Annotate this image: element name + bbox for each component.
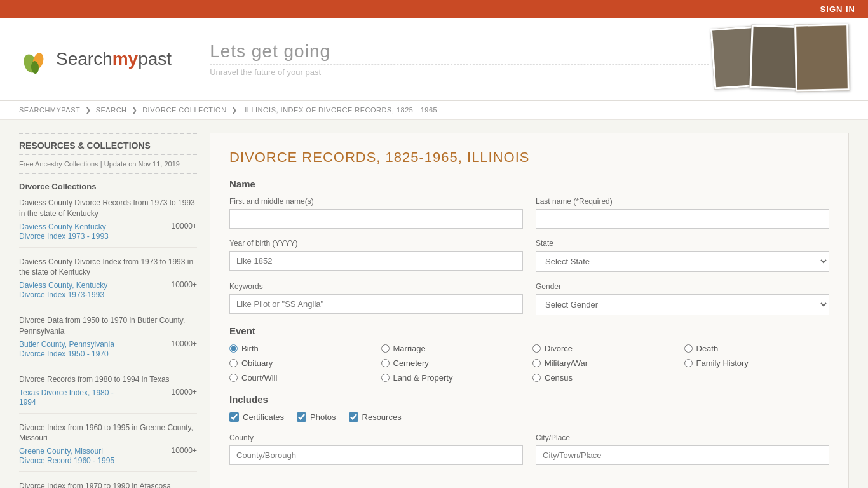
location-row: County City/Place	[229, 433, 829, 465]
logo-icon	[19, 43, 51, 75]
certificates-checkbox[interactable]	[229, 412, 239, 422]
death-label: Death	[696, 344, 719, 353]
breadcrumb-search[interactable]: SEARCH	[96, 106, 127, 114]
year-field: Year of birth (YYYY)	[229, 239, 523, 272]
city-input[interactable]	[536, 445, 829, 465]
land-property-radio[interactable]	[381, 374, 390, 382]
last-name-input[interactable]	[536, 209, 829, 229]
list-item: Divorce Index from 1970 to 1990 in Atasc…	[19, 481, 197, 488]
event-section: Event Birth Marriage Divorce Death	[229, 325, 829, 383]
main-content: RESOURCES & COLLECTIONS Free Ancestry Co…	[0, 120, 868, 488]
keywords-label: Keywords	[229, 282, 523, 291]
form-area: DIVORCE RECORDS, 1825-1965, ILLINOIS Nam…	[210, 133, 849, 488]
form-title: DIVORCE RECORDS, 1825-1965, ILLINOIS	[229, 149, 829, 166]
breadcrumb-sep-2: ❯	[132, 106, 140, 114]
census-label: Census	[545, 373, 573, 383]
includes-resources: Resources	[349, 412, 402, 422]
event-cemetery: Cemetery	[381, 358, 527, 368]
top-bar: SIGN IN	[0, 0, 868, 18]
sidebar-cat-title: Divorce Collections	[19, 182, 197, 191]
header-photo-3	[794, 24, 850, 91]
event-marriage: Marriage	[381, 344, 527, 353]
sidebar-item-count: 10000+	[172, 446, 197, 455]
sidebar-item-count: 10000+	[172, 280, 197, 289]
keywords-input[interactable]	[229, 294, 523, 314]
state-label: State	[536, 239, 829, 248]
sidebar-item-link[interactable]: Daviess County KentuckyDivorce Index 197…	[19, 222, 109, 241]
event-obituary: Obituary	[229, 358, 375, 368]
marriage-radio[interactable]	[381, 344, 390, 353]
event-divorce: Divorce	[532, 344, 678, 353]
signin-link[interactable]: SIGN IN	[820, 4, 855, 14]
first-name-input[interactable]	[229, 209, 523, 229]
name-section-label: Name	[229, 179, 829, 189]
event-land-property: Land & Property	[381, 373, 527, 383]
photos-checkbox[interactable]	[297, 412, 306, 422]
obituary-radio[interactable]	[229, 359, 238, 367]
photos-label: Photos	[310, 412, 336, 422]
city-field: City/Place	[536, 433, 829, 465]
event-grid: Birth Marriage Divorce Death Obituary	[229, 344, 829, 383]
family-history-label: Family History	[696, 358, 749, 368]
death-radio[interactable]	[684, 344, 693, 353]
first-name-label: First and middle name(s)	[229, 197, 523, 206]
sidebar: RESOURCES & COLLECTIONS Free Ancestry Co…	[19, 133, 197, 488]
includes-photos: Photos	[297, 412, 336, 422]
tagline-main: Lets get going	[210, 41, 709, 62]
court-will-radio[interactable]	[229, 374, 238, 382]
breadcrumb-home[interactable]: SEARCHMYPAST	[19, 106, 80, 114]
resources-label: Resources	[362, 412, 402, 422]
keywords-field: Keywords	[229, 282, 523, 315]
tagline-area: Lets get going Unravel the future of you…	[210, 41, 709, 77]
certificates-label: Certificates	[243, 412, 284, 422]
marriage-label: Marriage	[393, 344, 426, 353]
sidebar-subtitle: Free Ancestry Collections | Update on No…	[19, 160, 197, 174]
county-input[interactable]	[229, 445, 523, 465]
divorce-radio[interactable]	[532, 344, 541, 353]
logo-text: Searchmypast	[56, 49, 172, 69]
gender-select[interactable]: Select Gender Male Female	[536, 294, 829, 315]
list-item: Daviess County Divorce Index from 1973 t…	[19, 257, 197, 307]
year-label: Year of birth (YYYY)	[229, 239, 523, 248]
birth-radio[interactable]	[229, 344, 238, 353]
event-military: Military/War	[532, 358, 678, 368]
cemetery-label: Cemetery	[393, 358, 429, 368]
sidebar-section-title: RESOURCES & COLLECTIONS	[19, 133, 197, 155]
event-court-will: Court/Will	[229, 373, 375, 383]
breadcrumb-sep-1: ❯	[85, 106, 93, 114]
includes-row: Certificates Photos Resources	[229, 412, 829, 422]
sidebar-item-link[interactable]: Greene County, MissouriDivorce Record 19…	[19, 447, 114, 465]
sidebar-item-link[interactable]: Texas Divorce Index, 1980 -1994	[19, 388, 114, 407]
sidebar-item-link[interactable]: Butler County, PennsylvaniaDivorce Index…	[19, 340, 114, 358]
breadcrumb-divorce[interactable]: DIVORCE COLLECTION	[142, 106, 226, 114]
military-radio[interactable]	[532, 359, 541, 367]
sidebar-item-count: 10000+	[172, 388, 197, 396]
sidebar-item-desc: Daviess County Divorce Records from 1973…	[19, 198, 197, 219]
city-label: City/Place	[536, 433, 829, 442]
header: Searchmypast Lets get going Unravel the …	[0, 18, 868, 101]
event-death: Death	[684, 344, 830, 353]
court-will-label: Court/Will	[241, 373, 277, 383]
breadcrumb: SEARCHMYPAST ❯ SEARCH ❯ DIVORCE COLLECTI…	[0, 101, 868, 120]
family-history-radio[interactable]	[684, 359, 693, 367]
sidebar-item-desc: Divorce Data from 1950 to 1970 in Butler…	[19, 315, 197, 337]
resources-checkbox[interactable]	[349, 412, 358, 422]
state-field: State Select State Alabama Alaska Arizon…	[536, 239, 829, 272]
divorce-label: Divorce	[545, 344, 573, 353]
obituary-label: Obituary	[241, 358, 273, 368]
cemetery-radio[interactable]	[381, 359, 390, 367]
list-item: Daviess County Divorce Records from 1973…	[19, 198, 197, 248]
last-name-field: Last name (*Required)	[536, 197, 829, 229]
land-property-label: Land & Property	[393, 373, 453, 383]
keywords-gender-row: Keywords Gender Select Gender Male Femal…	[229, 282, 829, 315]
includes-section: Includes Certificates Photos Resources	[229, 394, 829, 422]
census-radio[interactable]	[532, 374, 541, 382]
state-select[interactable]: Select State Alabama Alaska Arizona Arka…	[536, 251, 829, 272]
tagline-sub: Unravel the future of your past	[210, 64, 709, 77]
sidebar-item-link[interactable]: Daviess County, KentuckyDivorce Index 19…	[19, 281, 107, 299]
gender-field: Gender Select Gender Male Female	[536, 282, 829, 315]
sidebar-item-count: 10000+	[172, 222, 197, 231]
year-input[interactable]	[229, 251, 523, 271]
breadcrumb-sep-3: ❯	[231, 106, 240, 114]
includes-section-label: Includes	[229, 394, 829, 405]
